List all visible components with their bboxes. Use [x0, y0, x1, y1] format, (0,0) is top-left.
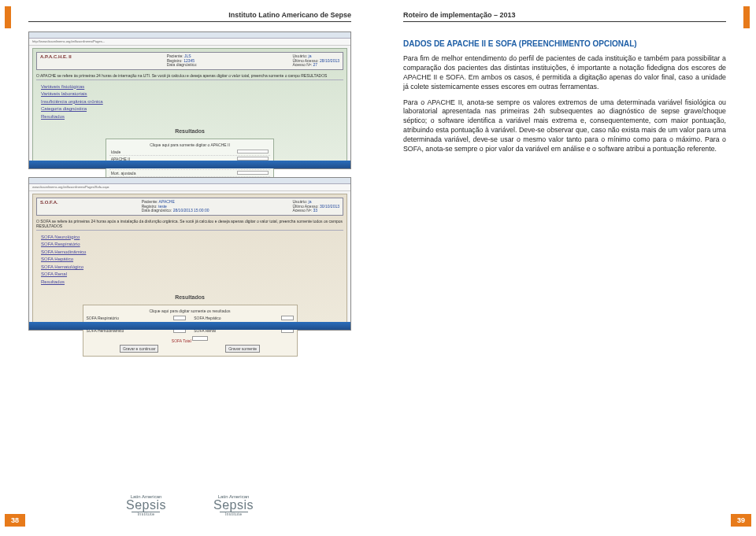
page-right: Roteiro de implementação – 2013 DADOS DE… [380, 6, 750, 526]
footer-left: Latin American Sepsis Institute Latin Am… [5, 494, 375, 516]
link-sofa-hemat[interactable]: SOFA Hematológico [41, 264, 339, 272]
link-sofa-hemo[interactable]: SOFA Hemodinâmico [41, 249, 339, 257]
sofa-user-info: Usuário: ja Último Acesso: 30/10/2013 Ac… [293, 200, 340, 213]
link-insuficiencia[interactable]: Insuficiência orgânica crônica [41, 98, 339, 106]
left-header-text: Instituto Latino Americano de Sepse [228, 11, 351, 19]
apache-links: Variáveis fisiológicas Variáveis laborat… [36, 80, 343, 124]
row-idade: Idade [109, 149, 271, 156]
btn-sofa-gravar-som[interactable]: Gravar somente [225, 345, 260, 353]
sofa-grid: Clique aqui para digitar somente os resu… [83, 305, 298, 357]
browser-urlbar: http://www.ilasonlinems.org.br/ilasonlin… [29, 39, 350, 46]
sofa-resultados-heading: Resultados [36, 294, 343, 300]
btn-sofa-gravar-cont[interactable]: Gravar e continuar [120, 345, 158, 353]
page-number-right: 39 [731, 514, 751, 527]
apache-panel: A.P.A.C.H.E. II Paciente: JLS Registro: … [32, 48, 347, 165]
left-corner-accent [5, 6, 11, 28]
logo-1: Latin American Sepsis Institute [126, 494, 166, 516]
inp-sofa-resp[interactable] [173, 316, 186, 320]
left-header: Instituto Latino Americano de Sepse [28, 6, 351, 22]
sofa-links: SOFA Neurológico SOFA Respiratório SOFA … [36, 231, 343, 290]
link-fisiologicas[interactable]: Variáveis fisiológicas [41, 83, 339, 91]
sofa-instruction: O SOFA se refere às primeiras 24 horas a… [36, 217, 343, 231]
link-sofa-resultados[interactable]: Resultados [41, 279, 339, 286]
logo-2: Latin American Sepsis Institute [213, 494, 254, 516]
sofa-patient-info: Paciente: APACHE Registro: teste Data di… [142, 200, 209, 213]
right-corner-accent [743, 6, 750, 28]
page-number-left: 38 [5, 514, 25, 527]
browser-urlbar-2: www.ilasonlinems.org.br/ilasonlinems/Pag… [29, 184, 350, 191]
link-sofa-hepa[interactable]: SOFA Hepático [41, 256, 339, 264]
taskbar-2 [29, 322, 350, 330]
user-info: Usuário: ja Último Acesso: 28/10/2013 Ac… [293, 54, 340, 68]
link-resultados-apache[interactable]: Resultados [41, 113, 339, 121]
taskbar [29, 161, 350, 168]
right-header: Roteiro de implementação – 2013 [403, 6, 726, 22]
panel-title: A.P.A.C.H.E. II [40, 54, 72, 68]
link-categoria[interactable]: Categoria diagnóstica [41, 105, 339, 113]
screenshot-apache: http://www.ilasonlinems.org.br/ilasonlin… [28, 31, 351, 169]
right-header-text: Roteiro de implementação – 2013 [403, 11, 516, 19]
patient-info: Paciente: JLS Registro: 12345 Data diagn… [167, 54, 198, 68]
sofa-panel: S.O.F.A. Paciente: APACHE Registro: test… [32, 194, 347, 327]
apache-instruction: O APACHE se refere às primeiras 24 horas… [36, 72, 343, 80]
link-sofa-neuro[interactable]: SOFA Neurológico [41, 234, 339, 242]
link-laboratoriais[interactable]: Variáveis laboratoriais [41, 91, 339, 98]
sofa-title: S.O.F.A. [40, 200, 58, 213]
resultados-heading: Resultados [36, 128, 343, 134]
link-sofa-resp[interactable]: SOFA Respiratório [41, 241, 339, 249]
page-left: Instituto Latino Americano de Sepse http… [5, 6, 375, 526]
screenshot-sofa: www.ilasonlinems.org.br/ilasonlinems/Pag… [28, 177, 351, 331]
paragraph-1: Para fim de melhor entendimento do perfi… [380, 54, 750, 98]
paragraph-2: Para o APACHE II, anota-se sempre os val… [380, 98, 750, 161]
sofa-dialog-note[interactable]: Clique aqui para digitar somente os resu… [87, 309, 294, 315]
sofa-total-label: SOFA Total [172, 338, 191, 342]
window-titlebar [29, 32, 350, 39]
inp-sofa-hepa[interactable] [281, 316, 294, 320]
inp-sofa-total[interactable] [192, 336, 208, 341]
link-sofa-renal[interactable]: SOFA Renal [41, 271, 339, 279]
window-titlebar-2 [29, 178, 350, 184]
section-title: DADOS DE APACHE II E SOFA (PREENCHIMENTO… [380, 31, 750, 54]
apache-dialog-note[interactable]: Clique aqui para somente digitar o APACH… [109, 142, 271, 149]
